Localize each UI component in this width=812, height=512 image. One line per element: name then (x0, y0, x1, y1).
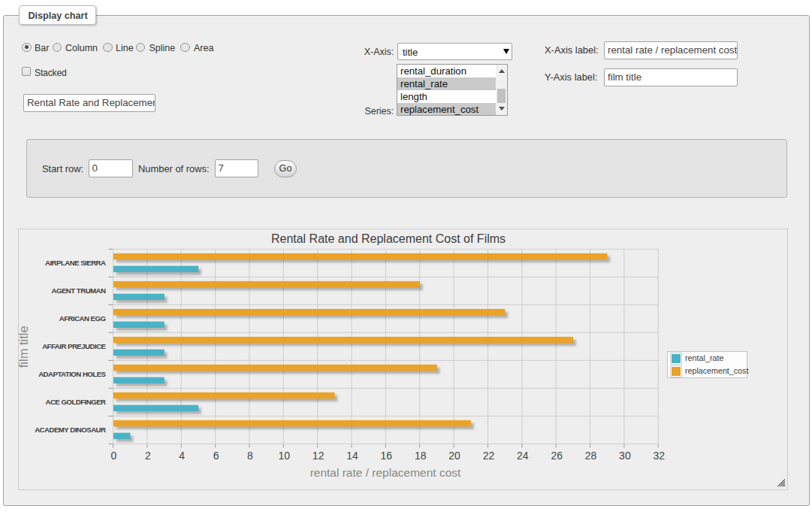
svg-text:AIRPLANE SIERRA: AIRPLANE SIERRA (45, 259, 106, 267)
svg-text:0: 0 (111, 450, 117, 462)
svg-text:2: 2 (145, 450, 151, 462)
svg-text:24: 24 (517, 450, 529, 462)
svg-text:film title: film title (18, 326, 31, 368)
svg-text:ACE GOLDFINGER: ACE GOLDFINGER (45, 398, 106, 406)
svg-text:AGENT TRUMAN: AGENT TRUMAN (52, 286, 107, 295)
svg-text:rental_rate: rental_rate (685, 353, 724, 362)
svg-text:6: 6 (213, 450, 219, 462)
svg-text:ACADEMY DINOSAUR: ACADEMY DINOSAUR (35, 426, 106, 434)
svg-text:rental rate / replacement cost: rental rate / replacement cost (310, 466, 461, 479)
svg-text:16: 16 (381, 450, 393, 462)
svg-text:ADAPTATION HOLES: ADAPTATION HOLES (38, 370, 106, 378)
svg-text:Rental Rate and Replacement Co: Rental Rate and Replacement Cost of Film… (271, 232, 506, 245)
svg-text:12: 12 (312, 450, 324, 462)
svg-text:replacement_cost: replacement_cost (685, 366, 748, 375)
svg-text:22: 22 (483, 450, 495, 462)
svg-text:4: 4 (179, 450, 185, 462)
svg-text:10: 10 (279, 450, 291, 462)
svg-text:18: 18 (415, 450, 427, 462)
svg-text:20: 20 (448, 450, 460, 462)
svg-text:AFRICAN EGG: AFRICAN EGG (59, 314, 106, 323)
svg-text:28: 28 (585, 450, 597, 462)
svg-text:26: 26 (551, 450, 563, 462)
svg-text:14: 14 (346, 450, 358, 462)
svg-text:32: 32 (653, 450, 665, 462)
svg-text:8: 8 (247, 450, 253, 462)
svg-text:30: 30 (619, 450, 631, 462)
svg-text:AFFAIR PREJUDICE: AFFAIR PREJUDICE (42, 342, 106, 350)
